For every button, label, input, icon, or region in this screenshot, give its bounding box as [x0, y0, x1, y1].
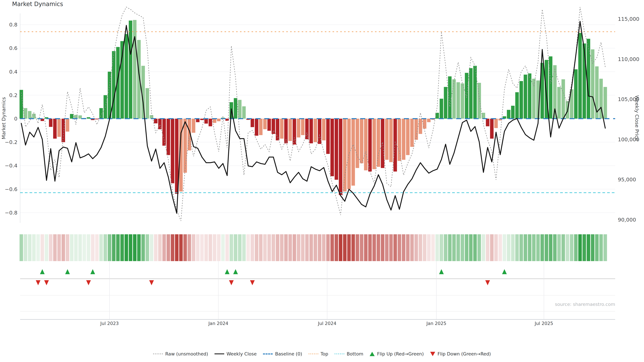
- heat-strip-cell: [465, 234, 468, 261]
- heat-strip-cell: [498, 234, 502, 261]
- dynamics-bar: [154, 119, 158, 123]
- heat-strip-cell: [574, 234, 578, 261]
- dynamics-bar: [87, 117, 90, 119]
- dynamics-bar: [440, 99, 443, 119]
- dynamics-bar: [234, 98, 237, 119]
- dynamics-bar: [183, 119, 187, 173]
- dynamics-bar: [532, 79, 536, 119]
- x-tick-label: Jul 2023: [91, 321, 128, 326]
- dynamics-bar: [377, 119, 380, 167]
- heat-strip-cell: [402, 234, 405, 261]
- dynamics-bar: [494, 119, 498, 128]
- dynamics-bar: [351, 119, 355, 186]
- heat-strip-cell: [91, 234, 94, 261]
- dynamics-bar: [402, 119, 405, 160]
- dynamics-bar: [423, 119, 426, 129]
- dynamics-bar: [486, 119, 489, 126]
- dynamics-bar: [368, 119, 372, 171]
- dynamics-bar: [162, 119, 166, 146]
- heat-strip-cell: [406, 234, 410, 261]
- heat-strip-cell: [213, 234, 216, 261]
- heat-strip-cell: [448, 234, 452, 261]
- heat-strip-cell: [385, 234, 388, 261]
- heat-strip-cell: [461, 234, 464, 261]
- heat-strip-cell: [263, 234, 267, 261]
- heat-strip-cell: [482, 234, 485, 261]
- heat-strip-cell: [528, 234, 532, 261]
- right-tick-label: 100,000: [618, 136, 639, 142]
- orange-dotted-line-icon: [308, 354, 318, 354]
- dynamics-bar: [192, 119, 196, 133]
- heat-strip-cell: [318, 234, 321, 261]
- heat-strip-cell: [343, 234, 346, 261]
- dynamics-bar: [461, 83, 464, 119]
- flip-down-marker: [86, 280, 91, 285]
- flip-up-marker: [90, 269, 95, 274]
- heat-strip-cell: [36, 234, 40, 261]
- heat-strip-cell: [360, 234, 364, 261]
- heat-strip-cell: [478, 234, 481, 261]
- dynamics-bar: [133, 20, 136, 119]
- heat-strip-cell: [540, 234, 544, 261]
- left-tick-label: 0.6: [0, 45, 18, 51]
- dynamics-bar: [238, 100, 242, 119]
- heat-strip-cell: [368, 234, 372, 261]
- dynamics-bar: [70, 114, 74, 119]
- heat-strip-cell: [469, 234, 472, 261]
- dynamics-bar: [591, 49, 594, 119]
- heat-strip-cell: [129, 234, 132, 261]
- heat-strip-cell: [82, 234, 86, 261]
- dynamics-bar: [250, 119, 254, 127]
- heat-strip-cell: [188, 234, 191, 261]
- legend-label: Weekly Close: [226, 351, 257, 357]
- dynamics-bar: [120, 41, 124, 119]
- heat-strip-cell: [267, 234, 271, 261]
- heat-strip-cell: [562, 234, 565, 261]
- heat-strip-cell: [221, 234, 225, 261]
- heat-strip-cell: [423, 234, 426, 261]
- heat-strip-cell: [494, 234, 498, 261]
- left-tick-label: 0.2: [0, 92, 18, 98]
- dynamics-bar: [389, 119, 393, 162]
- heat-strip-cell: [578, 234, 582, 261]
- heat-strip-cell: [28, 234, 32, 261]
- heat-strip-cell: [255, 234, 258, 261]
- heat-strip-cell: [515, 234, 519, 261]
- cyan-dotted-line-icon: [334, 354, 344, 354]
- legend-item-top: Top: [308, 351, 328, 357]
- right-tick-label: 90,000: [618, 217, 636, 223]
- heat-strip-cell: [142, 234, 145, 261]
- flip-down-marker: [36, 280, 40, 285]
- heat-strip-cell: [330, 234, 334, 261]
- legend-label: Bottom: [347, 351, 363, 357]
- heat-strip-cell: [334, 234, 338, 261]
- dynamics-bar: [66, 119, 69, 132]
- green-up-triangle-icon: [370, 352, 375, 356]
- dynamics-bar: [549, 56, 552, 119]
- dynamics-bar: [524, 75, 527, 119]
- heat-strip-cell: [431, 234, 435, 261]
- heat-strip-cell: [246, 234, 250, 261]
- heat-strip-cell: [456, 234, 460, 261]
- dynamics-bar: [259, 119, 262, 135]
- dynamics-bar: [95, 119, 98, 119]
- heat-strip-cell: [520, 234, 523, 261]
- heat-strip-cell: [230, 234, 233, 261]
- dynamics-bar: [158, 119, 162, 129]
- flip-up-marker: [502, 269, 507, 274]
- dynamics-bar: [604, 87, 607, 119]
- heat-strip-cell: [49, 234, 52, 261]
- heat-strip-cell: [347, 234, 351, 261]
- heat-strip-cell: [490, 234, 494, 261]
- heat-strip-cell: [108, 234, 111, 261]
- heat-strip-cell: [301, 234, 304, 261]
- dynamics-bar: [112, 51, 116, 119]
- heat-strip-cell: [553, 234, 556, 261]
- x-tick-label: Jul 2025: [526, 321, 562, 326]
- heat-strip-cell: [536, 234, 540, 261]
- legend-item-baseline: Baseline (0): [263, 351, 302, 357]
- dynamics-bar: [200, 119, 204, 120]
- red-down-triangle-icon: [430, 352, 435, 356]
- heat-strip-cell: [175, 234, 178, 261]
- x-tick-label: Jan 2025: [418, 321, 455, 326]
